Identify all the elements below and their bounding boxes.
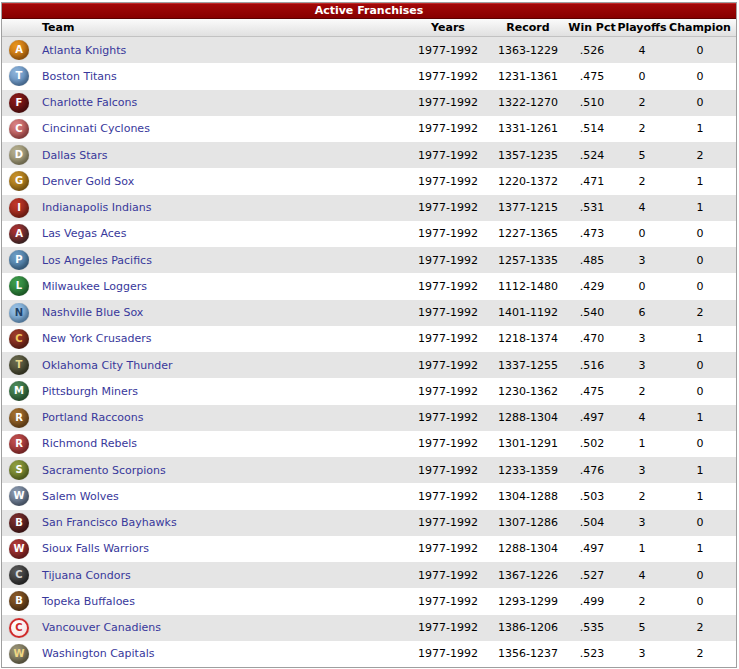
playoffs-cell: 1 [616, 437, 668, 450]
years-cell: 1977-1992 [408, 569, 488, 582]
team-logo-icon: F [9, 93, 29, 113]
team-link[interactable]: Dallas Stars [42, 149, 108, 162]
champion-cell: 0 [668, 70, 736, 83]
win-pct-cell: .526 [568, 44, 616, 57]
column-header-champion[interactable]: Champion [668, 21, 736, 34]
team-link[interactable]: Los Angeles Pacifics [42, 254, 152, 267]
team-link[interactable]: Milwaukee Loggers [42, 280, 147, 293]
team-link[interactable]: Nashville Blue Sox [42, 306, 143, 319]
team-link[interactable]: Richmond Rebels [42, 437, 137, 450]
win-pct-cell: .497 [568, 411, 616, 424]
team-link[interactable]: Washington Capitals [42, 647, 154, 660]
team-cell: I Indianapolis Indians [2, 198, 408, 218]
table-row: W Salem Wolves 1977-1992 1304-1288 .503 … [2, 483, 736, 509]
team-link[interactable]: Tijuana Condors [42, 569, 131, 582]
team-logo-box: T [2, 66, 36, 86]
team-link[interactable]: Charlotte Falcons [42, 96, 137, 109]
team-logo-icon: R [9, 434, 29, 454]
table-row: D Dallas Stars 1977-1992 1357-1235 .524 … [2, 142, 736, 168]
team-logo-icon: W [9, 486, 29, 506]
team-link[interactable]: Salem Wolves [42, 490, 119, 503]
team-logo-icon: C [9, 618, 29, 638]
team-logo-icon: T [9, 66, 29, 86]
team-logo-box: A [2, 224, 36, 244]
team-logo-icon: C [9, 329, 29, 349]
years-cell: 1977-1992 [408, 96, 488, 109]
record-cell: 1363-1229 [488, 44, 568, 57]
table-row: C New York Crusaders 1977-1992 1218-1374… [2, 326, 736, 352]
team-link[interactable]: Sioux Falls Warriors [42, 542, 149, 555]
team-logo-icon: C [9, 119, 29, 139]
team-logo-icon: L [9, 276, 29, 296]
team-cell: P Los Angeles Pacifics [2, 250, 408, 270]
team-logo-box: A [2, 40, 36, 60]
win-pct-cell: .527 [568, 569, 616, 582]
table-row: W Sioux Falls Warriors 1977-1992 1288-13… [2, 536, 736, 562]
team-link[interactable]: New York Crusaders [42, 332, 152, 345]
team-link[interactable]: Denver Gold Sox [42, 175, 134, 188]
win-pct-cell: .476 [568, 464, 616, 477]
win-pct-cell: .475 [568, 70, 616, 83]
team-link[interactable]: Atlanta Knights [42, 44, 126, 57]
champion-cell: 2 [668, 621, 736, 634]
team-cell: G Denver Gold Sox [2, 171, 408, 191]
record-cell: 1112-1480 [488, 280, 568, 293]
playoffs-cell: 4 [616, 201, 668, 214]
champion-cell: 1 [668, 490, 736, 503]
team-link[interactable]: Portland Raccoons [42, 411, 143, 424]
win-pct-cell: .475 [568, 385, 616, 398]
playoffs-cell: 0 [616, 280, 668, 293]
team-logo-icon: B [9, 513, 29, 533]
team-link[interactable]: Indianapolis Indians [42, 201, 151, 214]
record-cell: 1218-1374 [488, 332, 568, 345]
playoffs-cell: 0 [616, 70, 668, 83]
team-logo-box: I [2, 198, 36, 218]
playoffs-cell: 2 [616, 96, 668, 109]
column-header-team[interactable]: Team [2, 21, 408, 34]
team-logo-icon: T [9, 355, 29, 375]
years-cell: 1977-1992 [408, 332, 488, 345]
team-cell: D Dallas Stars [2, 145, 408, 165]
team-link[interactable]: San Francisco Bayhawks [42, 516, 177, 529]
win-pct-cell: .503 [568, 490, 616, 503]
column-header-playoffs[interactable]: Playoffs [616, 21, 668, 34]
column-header-win-pct[interactable]: Win Pct [568, 21, 616, 34]
table-row: A Las Vegas Aces 1977-1992 1227-1365 .47… [2, 221, 736, 247]
team-link[interactable]: Sacramento Scorpions [42, 464, 166, 477]
playoffs-cell: 2 [616, 385, 668, 398]
team-cell: M Pittsburgh Miners [2, 381, 408, 401]
team-logo-box: N [2, 303, 36, 323]
team-link[interactable]: Boston Titans [42, 70, 117, 83]
column-header-years[interactable]: Years [408, 21, 488, 34]
record-cell: 1386-1206 [488, 621, 568, 634]
team-logo-box: M [2, 381, 36, 401]
team-cell: C Vancouver Canadiens [2, 618, 408, 638]
team-cell: T Oklahoma City Thunder [2, 355, 408, 375]
win-pct-cell: .540 [568, 306, 616, 319]
team-link[interactable]: Cincinnati Cyclones [42, 122, 150, 135]
team-logo-box: C [2, 329, 36, 349]
playoffs-cell: 2 [616, 595, 668, 608]
team-link[interactable]: Las Vegas Aces [42, 227, 126, 240]
team-logo-box: T [2, 355, 36, 375]
team-link[interactable]: Topeka Buffaloes [42, 595, 135, 608]
champion-cell: 0 [668, 227, 736, 240]
team-cell: F Charlotte Falcons [2, 93, 408, 113]
franchises-page: Active Franchises Team Years Record Win … [0, 2, 739, 669]
team-logo-icon: C [9, 565, 29, 585]
table-row: C Cincinnati Cyclones 1977-1992 1331-126… [2, 116, 736, 142]
playoffs-cell: 5 [616, 621, 668, 634]
team-link[interactable]: Vancouver Canadiens [42, 621, 161, 634]
column-header-record[interactable]: Record [488, 21, 568, 34]
record-cell: 1356-1237 [488, 647, 568, 660]
win-pct-cell: .485 [568, 254, 616, 267]
team-link[interactable]: Pittsburgh Miners [42, 385, 138, 398]
record-cell: 1220-1372 [488, 175, 568, 188]
team-logo-icon: S [9, 460, 29, 480]
team-link[interactable]: Oklahoma City Thunder [42, 359, 172, 372]
team-logo-box: W [2, 486, 36, 506]
playoffs-cell: 3 [616, 254, 668, 267]
team-cell: W Salem Wolves [2, 486, 408, 506]
record-cell: 1307-1286 [488, 516, 568, 529]
years-cell: 1977-1992 [408, 490, 488, 503]
